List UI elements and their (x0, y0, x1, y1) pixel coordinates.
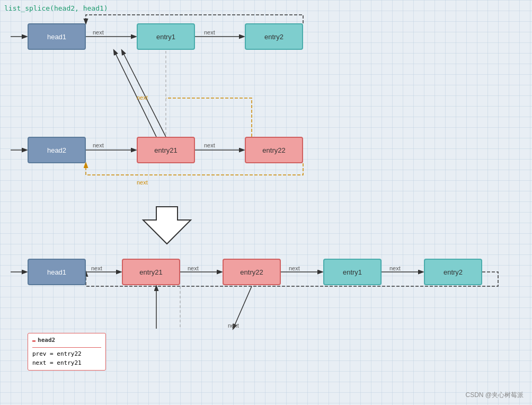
node-entry2b: entry2 (424, 259, 482, 285)
node-entry22: entry22 (245, 137, 303, 163)
node-head1: head1 (28, 23, 86, 50)
label-r3-e22-e1: next (289, 265, 300, 271)
main-canvas: list_splice(head2, head1) (0, 0, 532, 405)
csdn-label: CSDN @夹心树莓派 (465, 391, 524, 400)
node-entry2: entry2 (245, 23, 303, 50)
label-r3-next-bottom: next (228, 322, 239, 329)
label-r1-next-orange: next (137, 94, 148, 101)
node-entry1: entry1 (137, 23, 195, 50)
info-box-icon: ▬ (32, 337, 36, 345)
label-r3-h1-e21: next (91, 265, 102, 271)
label-r1-e1-e2: next (204, 29, 215, 36)
label-r3-e21-e22: next (188, 265, 199, 271)
node-entry21b: entry21 (122, 259, 180, 285)
node-entry1b: entry1 (323, 259, 382, 285)
node-head2: head2 (28, 137, 86, 163)
info-box: ▬ head2 prev = entry22 next = entry21 (28, 333, 106, 371)
page-title: list_splice(head2, head1) (4, 4, 108, 12)
label-r2-next-orange: next (137, 179, 148, 186)
svg-marker-9 (143, 207, 191, 244)
label-r1-h1-e1: next (93, 29, 104, 36)
svg-line-7 (114, 50, 156, 137)
label-r2-h2-e21: next (93, 142, 104, 148)
label-r2-e21-e22: next (204, 142, 215, 148)
label-r3-e1-e2: next (389, 265, 401, 271)
node-entry22b: entry22 (223, 259, 281, 285)
node-entry21: entry21 (137, 137, 195, 163)
node-head1b: head1 (28, 259, 86, 285)
svg-line-8 (122, 50, 166, 137)
